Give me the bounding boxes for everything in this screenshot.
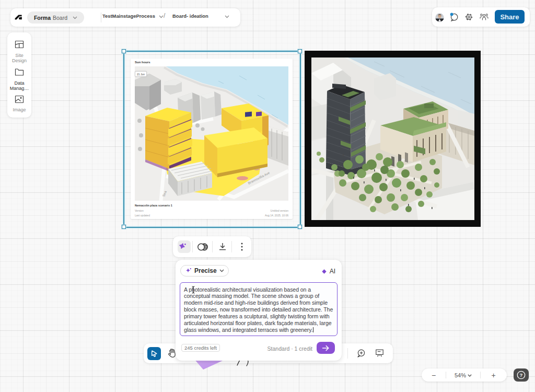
svg-text:?: ?	[520, 372, 523, 378]
